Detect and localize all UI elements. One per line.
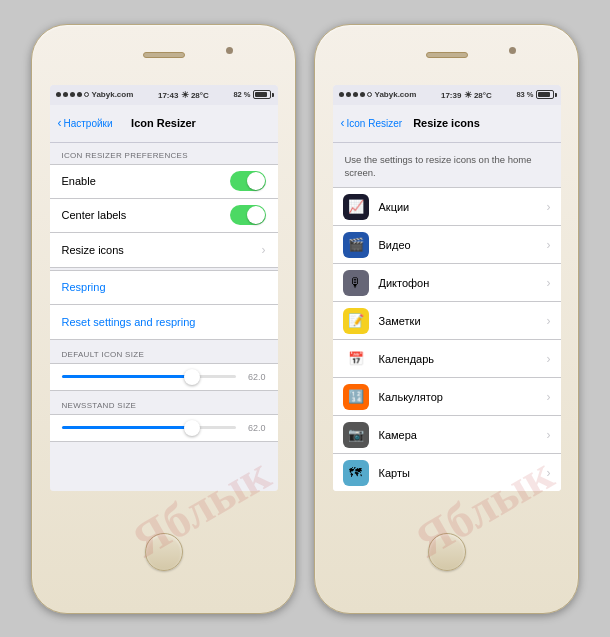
speaker-right [426,52,468,58]
app-name: Календарь [379,353,547,365]
nav-bar-left: ‹ Настройки Icon Resizer [50,105,278,143]
app-name: Калькулятор [379,391,547,403]
battery-icon-right [536,90,554,99]
app-icon: 📅 [343,346,369,372]
slider1-knob[interactable] [184,369,200,385]
section3-header: NEWSSTAND SIZE [50,393,278,414]
nav-title-left: Icon Resizer [131,117,196,129]
time-right: 17:39 ☀ 28°C [441,90,492,100]
resize-icons-chevron: › [262,243,266,257]
enable-toggle[interactable] [230,171,266,191]
app-name: Акции [379,201,547,213]
app-list-item[interactable]: 🗺Карты› [333,454,561,490]
slider1-value: 62.0 [242,372,266,382]
app-icon: 🎬 [343,232,369,258]
status-bar-right: Yabyk.com 17:39 ☀ 28°C 83 % [333,85,561,105]
app-name: Камера [379,429,547,441]
slider2-row: 62.0 [62,423,266,433]
iphone-shell-left: Yabyk.com 17:43 ☀ 28°C 82 % ‹ [31,24,296,614]
battery-pct-right: 83 % [516,90,533,99]
battery-pct-left: 82 % [233,90,250,99]
slider1-track[interactable] [62,375,236,378]
signal-dots-right [339,92,372,97]
slider2-fill [62,426,193,429]
list-group-1: Enable Center labels Resize icons › [50,164,278,268]
signal-dot-3 [70,92,75,97]
sun-icon-right: ☀ [464,90,472,100]
battery-fill-right [538,92,550,97]
home-button-left[interactable] [145,533,183,571]
app-list-item[interactable]: 🎬Видео› [333,226,561,264]
resize-icons-label: Resize icons [62,244,262,256]
battery-icon-left [253,90,271,99]
reset-label: Reset settings and respring [62,316,266,328]
settings-content-left: ICON RESIZER PREFERENCES Enable Center l… [50,143,278,491]
app-list-item[interactable]: 📈Акции› [333,188,561,226]
enable-toggle-knob [247,172,265,190]
back-chevron-left: ‹ [58,117,62,129]
app-chevron: › [547,390,551,404]
slider2-value: 62.0 [242,423,266,433]
back-button-right[interactable]: ‹ Icon Resizer [341,117,403,129]
list-item-enable[interactable]: Enable [50,165,278,199]
slider1-row: 62.0 [62,372,266,382]
slider2-section: 62.0 [50,414,278,442]
info-text: Use the settings to resize icons on the … [333,143,561,188]
app-list-item[interactable]: 🔢Калькулятор› [333,378,561,416]
slider2-knob[interactable] [184,420,200,436]
app-list-item[interactable]: 🎙Диктофон› [333,264,561,302]
center-labels-toggle[interactable] [230,205,266,225]
settings-content-right: Use the settings to resize icons on the … [333,143,561,491]
app-name: Заметки [379,315,547,327]
carrier-right: Yabyk.com [375,90,417,99]
app-list-item[interactable]: 📷Камера› [333,416,561,454]
back-button-left[interactable]: ‹ Настройки [58,117,113,129]
app-name: Видео [379,239,547,251]
iphone-top-right [315,25,578,85]
home-button-right[interactable] [428,533,466,571]
speaker-left [143,52,185,58]
signal-dot-2 [63,92,68,97]
battery-fill-left [255,92,266,97]
list-item-center-labels[interactable]: Center labels [50,199,278,233]
r-sig-1 [339,92,344,97]
screen-left: Yabyk.com 17:43 ☀ 28°C 82 % ‹ [50,85,278,491]
r-sig-2 [346,92,351,97]
phone-left: Yabyk.com 17:43 ☀ 28°C 82 % ‹ [31,24,296,614]
carrier-left: Yabyk.com [92,90,134,99]
app-chevron: › [547,276,551,290]
sun-icon-left: ☀ [181,90,189,100]
status-right-left: 82 % [233,90,271,99]
list-item-respring[interactable]: Respring [50,271,278,305]
nav-title-right: Resize icons [413,117,480,129]
app-icon: 🔢 [343,384,369,410]
iphone-bottom-left [145,491,183,613]
app-list-item[interactable]: 📝Заметки› [333,302,561,340]
enable-label: Enable [62,175,230,187]
camera-dot [226,47,233,54]
app-icon: 🗺 [343,460,369,486]
iphone-shell-right: Yabyk.com 17:39 ☀ 28°C 83 % ‹ [314,24,579,614]
section2-header: DEFAULT ICON SIZE [50,342,278,363]
nav-bar-right: ‹ Icon Resizer Resize icons [333,105,561,143]
list-item-reset[interactable]: Reset settings and respring [50,305,278,339]
status-right-right: 83 % [516,90,554,99]
iphone-bottom-right [428,491,466,613]
respring-label: Respring [62,281,266,293]
signal-dot-4 [77,92,82,97]
app-icon: 📷 [343,422,369,448]
back-chevron-right: ‹ [341,117,345,129]
screen-right: Yabyk.com 17:39 ☀ 28°C 83 % ‹ [333,85,561,491]
slider2-track[interactable] [62,426,236,429]
list-item-resize-icons[interactable]: Resize icons › [50,233,278,267]
app-list-item[interactable]: 📅Календарь› [333,340,561,378]
signal-dots [56,92,89,97]
app-chevron: › [547,428,551,442]
iphone-top-left [32,25,295,85]
r-sig-3 [353,92,358,97]
signal-dot-5 [84,92,89,97]
back-label-left: Настройки [64,118,113,129]
time-left: 17:43 ☀ 28°C [158,90,209,100]
phone-right: Yabyk.com 17:39 ☀ 28°C 83 % ‹ [314,24,579,614]
status-left: Yabyk.com [56,90,134,99]
